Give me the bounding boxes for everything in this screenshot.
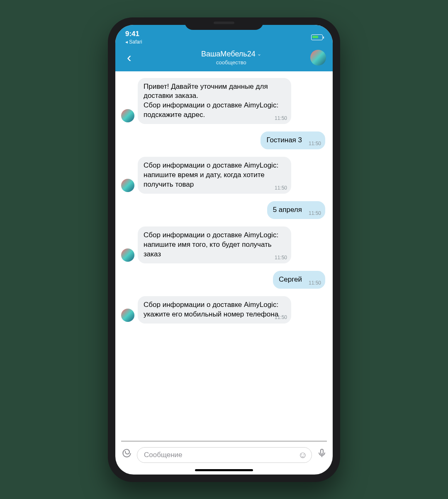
- status-time: 9:41: [125, 30, 142, 38]
- message-text: Сергей: [279, 275, 302, 283]
- message-avatar[interactable]: [121, 248, 134, 262]
- header-avatar[interactable]: [310, 50, 326, 66]
- message-time: 11:50: [275, 115, 287, 122]
- header-title-block[interactable]: ВашаМебель24 ⌄ сообщество: [136, 50, 326, 66]
- battery-icon: [311, 34, 323, 40]
- back-button[interactable]: ‹: [122, 50, 136, 65]
- message-bubble[interactable]: Сергей11:50: [273, 271, 325, 289]
- message-avatar[interactable]: [121, 109, 134, 122]
- chat-title: ВашаМебель24: [201, 50, 256, 58]
- phone-frame: 9:41 ◂ Safari ‹ ВашаМебель24 ⌄ сообществ…: [108, 17, 340, 482]
- message-row: Привет! Давайте уточним данные для доста…: [121, 78, 327, 124]
- home-indicator[interactable]: [195, 469, 253, 471]
- message-time: 11:50: [309, 210, 321, 217]
- message-time: 11:50: [275, 254, 287, 261]
- back-to-safari[interactable]: ◂ Safari: [125, 39, 142, 45]
- mic-icon[interactable]: [317, 448, 327, 461]
- attach-icon[interactable]: [121, 448, 132, 462]
- svg-rect-0: [321, 449, 323, 454]
- message-bubble[interactable]: Сбор информации о доставке AimyLogic: ук…: [138, 296, 291, 324]
- message-input[interactable]: Сообщение ☺: [137, 447, 312, 463]
- screen: 9:41 ◂ Safari ‹ ВашаМебель24 ⌄ сообществ…: [115, 25, 333, 475]
- message-avatar[interactable]: [121, 309, 134, 322]
- message-bubble[interactable]: Сбор информации о доставке AimyLogic: на…: [138, 226, 291, 263]
- message-bubble[interactable]: Гостиная 311:50: [261, 131, 325, 149]
- chat-subtitle: сообщество: [136, 59, 326, 66]
- message-text: 5 апреля: [273, 206, 302, 214]
- message-row: Сергей11:50: [121, 271, 327, 289]
- message-bubble[interactable]: Сбор информации о доставке AimyLogic: на…: [138, 157, 291, 194]
- emoji-icon[interactable]: ☺: [298, 450, 307, 460]
- message-bubble[interactable]: 5 апреля11:50: [267, 201, 325, 219]
- message-text: Привет! Давайте уточним данные для доста…: [144, 83, 278, 119]
- messages-list[interactable]: Привет! Давайте уточним данные для доста…: [115, 71, 333, 441]
- message-avatar[interactable]: [121, 179, 134, 192]
- message-text: Сбор информации о доставке AimyLogic: ук…: [144, 301, 278, 318]
- message-text: Сбор информации о доставке AimyLogic: на…: [144, 231, 278, 258]
- message-time: 11:50: [275, 314, 287, 321]
- input-placeholder: Сообщение: [144, 451, 183, 459]
- message-time: 11:50: [275, 185, 287, 191]
- notch: [185, 17, 263, 30]
- message-row: Сбор информации о доставке AimyLogic: на…: [121, 157, 327, 194]
- message-text: Гостиная 3: [266, 136, 302, 144]
- message-time: 11:50: [309, 140, 321, 147]
- message-text: Сбор информации о доставке AimyLogic: на…: [144, 161, 278, 188]
- message-time: 11:50: [309, 280, 321, 286]
- message-row: Сбор информации о доставке AimyLogic: на…: [121, 226, 327, 263]
- message-row: 5 апреля11:50: [121, 201, 327, 219]
- chevron-down-icon: ⌄: [257, 51, 261, 57]
- chat-header: ‹ ВашаМебель24 ⌄ сообщество: [115, 46, 333, 71]
- message-row: Сбор информации о доставке AimyLogic: ук…: [121, 296, 327, 324]
- message-row: Гостиная 311:50: [121, 131, 327, 149]
- message-bubble[interactable]: Привет! Давайте уточним данные для доста…: [138, 78, 291, 124]
